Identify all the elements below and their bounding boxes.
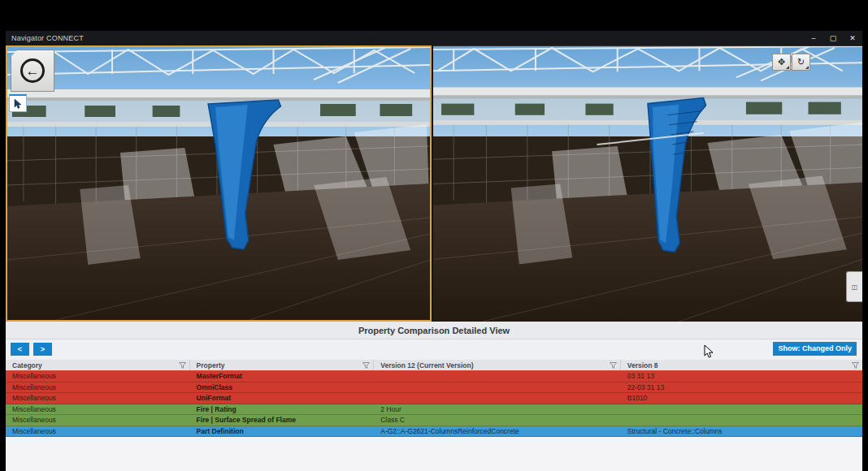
table-row[interactable]: MiscellaneousMasterFormat03 31 13 (6, 371, 862, 382)
column-label: Category (12, 361, 42, 369)
property-cell: Fire | Surface Spread of Flame (190, 416, 375, 424)
column-label: Property (197, 361, 225, 369)
version8-cell: 22-03 31 13 (621, 383, 862, 391)
navigator-window: Navigator CONNECT – ▢ ✕ (6, 31, 862, 471)
property-cell: Part Definition (190, 427, 375, 435)
category-cell: Miscellaneous (6, 383, 190, 391)
viewport-area: ← (6, 45, 862, 322)
column-header-version-8[interactable]: Version 8 (621, 360, 862, 370)
category-cell: Miscellaneous (6, 372, 190, 380)
property-comparison-panel: Property Comparison Detailed View < > Sh… (6, 322, 862, 471)
column-header-category[interactable]: Category (6, 360, 190, 370)
viewport-version12[interactable]: ← (6, 45, 432, 322)
category-cell: Miscellaneous (6, 405, 190, 413)
close-icon[interactable]: ✕ (843, 31, 862, 45)
viewport-toolbar: ✥ ↻ (771, 54, 810, 71)
viewport-version8[interactable]: ✥ ↻ ◫ (433, 45, 862, 322)
back-icon: ← (20, 58, 45, 83)
window-title: Navigator CONNECT (6, 34, 84, 42)
column-label: Version 12 (Current Version) (380, 361, 473, 369)
show-changed-only-button[interactable]: Show: Changed Only (773, 342, 857, 356)
minimize-icon[interactable]: – (804, 31, 823, 45)
window-titlebar: Navigator CONNECT – ▢ ✕ (6, 31, 862, 45)
version8-cell: 03 31 13 (621, 372, 862, 380)
maximize-icon[interactable]: ▢ (823, 31, 843, 45)
category-cell: Miscellaneous (6, 394, 190, 402)
property-cell: UniFormat (190, 394, 375, 402)
table-row[interactable]: MiscellaneousOmniClass22-03 31 13 (6, 382, 862, 394)
table-row[interactable]: MiscellaneousUniFormatB1010 (6, 393, 862, 404)
table-header: CategoryPropertyVersion 12 (Current Vers… (6, 360, 862, 371)
table-body: MiscellaneousMasterFormat03 31 13Miscell… (6, 371, 862, 437)
view-flyout-icon: ◫ (852, 283, 858, 291)
pan-icon: ✥ (778, 57, 785, 67)
filter-icon[interactable] (179, 362, 186, 369)
version12-cell: Class C (374, 416, 621, 424)
pan-button[interactable]: ✥ (772, 54, 791, 71)
table-row[interactable]: MiscellaneousFire | Surface Spread of Fl… (6, 415, 862, 426)
orbit-button[interactable]: ↻ (792, 54, 810, 71)
previous-difference-button[interactable]: < (11, 343, 29, 356)
column-label: Version 8 (627, 361, 658, 369)
version12-cell: 2 Hour (374, 405, 621, 413)
filter-icon[interactable] (610, 362, 617, 369)
comparison-table: CategoryPropertyVersion 12 (Current Vers… (6, 360, 862, 437)
right-viewport-scene (433, 46, 862, 322)
table-row[interactable]: MiscellaneousPart DefinitionA-G2::A-G262… (6, 426, 862, 438)
version12-cell: A-G2::A-G2621-ColumnsReinforcedConcrete (374, 427, 621, 435)
table-row[interactable]: MiscellaneousFire | Rating2 Hour (6, 404, 862, 416)
property-cell: MasterFormat (190, 372, 375, 380)
property-cell: OmniClass (190, 383, 375, 391)
filter-icon[interactable] (852, 362, 859, 369)
comparison-toolbar: < > Show: Changed Only (6, 339, 862, 360)
orbit-icon: ↻ (797, 57, 805, 67)
view-flyout-tab[interactable]: ◫ (846, 271, 862, 302)
version8-cell: Structural - Concrete::Columns (621, 427, 862, 435)
next-difference-button[interactable]: > (33, 343, 52, 356)
column-header-property[interactable]: Property (190, 360, 375, 370)
back-button[interactable]: ← (11, 50, 54, 92)
filter-icon[interactable] (362, 362, 370, 369)
select-tool-button[interactable] (9, 94, 27, 112)
mouse-cursor (704, 344, 714, 359)
property-cell: Fire | Rating (190, 405, 375, 413)
panel-title: Property Comparison Detailed View (6, 322, 862, 339)
version8-cell: B1010 (621, 394, 862, 402)
category-cell: Miscellaneous (6, 427, 190, 435)
category-cell: Miscellaneous (6, 416, 190, 424)
select-cursor-icon (13, 98, 23, 110)
column-header-version-12-current-version-[interactable]: Version 12 (Current Version) (374, 360, 621, 370)
left-viewport-scene (7, 47, 430, 320)
